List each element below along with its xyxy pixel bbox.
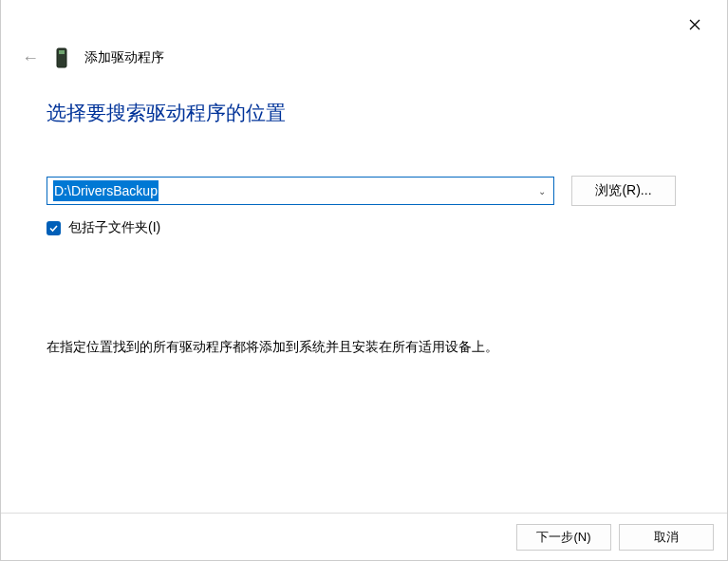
close-button[interactable] [680,9,710,40]
include-subfolders-checkbox[interactable] [47,221,61,235]
path-combobox[interactable]: D:\DriversBackup ⌄ [47,177,554,205]
path-value: D:\DriversBackup [53,180,159,201]
svg-rect-3 [59,50,65,54]
footer: 下一步(N) 取消 [1,513,727,560]
next-button[interactable]: 下一步(N) [516,524,611,551]
checkmark-icon [48,223,59,234]
path-row: D:\DriversBackup ⌄ 浏览(R)... [47,176,681,206]
content-area: 选择要搜索驱动程序的位置 D:\DriversBackup ⌄ 浏览(R)...… [47,100,681,356]
include-subfolders-row: 包括子文件夹(I) [47,219,681,236]
page-heading: 选择要搜索驱动程序的位置 [47,100,681,126]
wizard-window: ← 添加驱动程序 选择要搜索驱动程序的位置 D:\DriversBackup ⌄… [0,0,728,561]
description-text: 在指定位置找到的所有驱动程序都将添加到系统并且安装在所有适用设备上。 [47,339,681,356]
back-arrow-icon: ← [22,48,39,68]
wizard-title: 添加驱动程序 [84,49,164,66]
header: ← 添加驱动程序 [22,47,164,68]
device-icon [56,47,67,68]
chevron-down-icon: ⌄ [538,186,546,196]
browse-button[interactable]: 浏览(R)... [571,176,676,206]
cancel-button[interactable]: 取消 [619,524,714,551]
close-icon [689,19,700,30]
include-subfolders-label[interactable]: 包括子文件夹(I) [68,219,160,236]
